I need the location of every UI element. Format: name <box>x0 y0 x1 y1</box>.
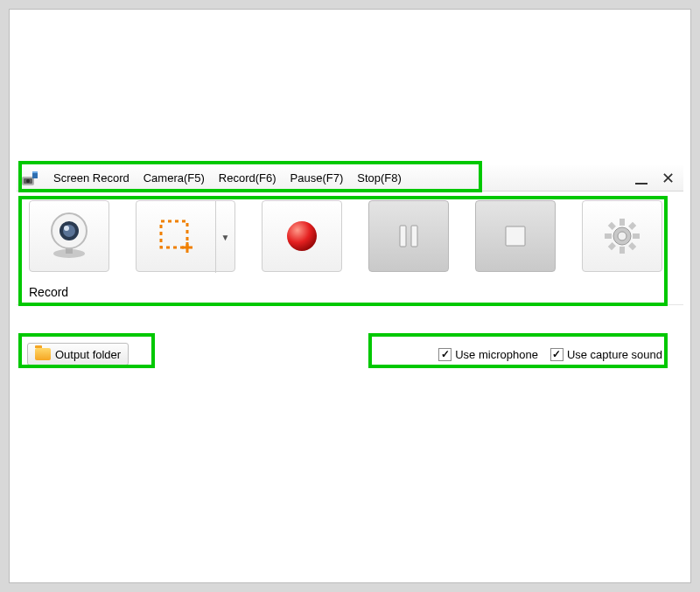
menu-stop[interactable]: Stop(F8) <box>350 165 409 191</box>
svg-point-14 <box>287 221 317 251</box>
minimize-button[interactable] <box>635 172 648 185</box>
svg-rect-25 <box>608 242 616 250</box>
svg-point-27 <box>618 232 626 240</box>
use-microphone-checkbox[interactable]: ✓ Use microphone <box>438 348 538 361</box>
svg-rect-20 <box>620 247 625 254</box>
svg-rect-19 <box>620 219 625 226</box>
checkbox-icon: ✓ <box>550 348 564 361</box>
svg-rect-22 <box>633 233 640 239</box>
toolbar: ▼ <box>17 192 683 305</box>
svg-rect-26 <box>628 242 636 250</box>
toolbar-label: Record <box>29 285 68 299</box>
folder-icon <box>35 348 51 360</box>
svg-rect-15 <box>400 226 406 247</box>
svg-rect-16 <box>411 226 417 247</box>
svg-point-10 <box>64 226 69 231</box>
region-button[interactable]: ▼ <box>136 200 235 272</box>
region-dropdown[interactable]: ▼ <box>215 201 234 273</box>
pause-icon <box>391 219 426 254</box>
menu-pause[interactable]: Pause(F7) <box>284 165 351 191</box>
output-folder-label: Output folder <box>55 348 121 361</box>
app-icon <box>20 168 41 189</box>
footer-row: Output folder ✓ Use microphone ✓ Use cap… <box>17 340 683 368</box>
menu-record[interactable]: Record(F6) <box>212 165 284 191</box>
checkbox-icon: ✓ <box>438 348 452 361</box>
svg-rect-4 <box>32 171 38 173</box>
use-microphone-label: Use microphone <box>455 348 538 361</box>
record-button[interactable] <box>262 200 342 272</box>
menu-title[interactable]: Screen Record <box>46 165 136 191</box>
menu-camera[interactable]: Camera(F5) <box>136 165 212 191</box>
use-capture-sound-checkbox[interactable]: ✓ Use capture sound <box>550 348 662 361</box>
camera-button[interactable] <box>29 200 109 272</box>
stop-button[interactable] <box>475 200 556 272</box>
svg-point-2 <box>26 179 30 183</box>
svg-rect-17 <box>506 226 525 246</box>
svg-rect-21 <box>605 233 612 239</box>
output-folder-button[interactable]: Output folder <box>27 343 129 366</box>
svg-rect-24 <box>628 222 636 230</box>
settings-button[interactable] <box>582 200 662 272</box>
close-button[interactable]: ✕ <box>662 171 675 186</box>
menu-bar: Screen Record Camera(F5) Record(F6) Paus… <box>17 165 683 192</box>
webcam-icon <box>43 210 95 262</box>
chevron-down-icon: ▼ <box>221 233 230 242</box>
pause-button[interactable] <box>368 200 449 272</box>
stop-icon <box>498 219 533 254</box>
crop-icon <box>156 216 196 256</box>
record-icon <box>283 217 321 255</box>
gear-icon <box>600 214 644 258</box>
svg-rect-11 <box>161 221 187 247</box>
use-capture-sound-label: Use capture sound <box>567 348 662 361</box>
svg-rect-23 <box>608 222 616 230</box>
